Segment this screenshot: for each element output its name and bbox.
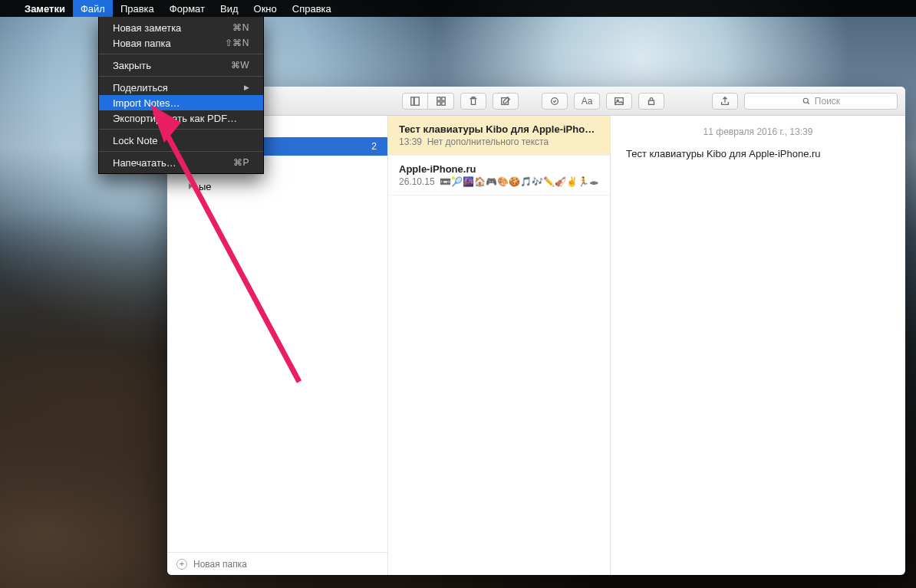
menu-item-label: Экспортировать как PDF… bbox=[113, 113, 237, 124]
app-name[interactable]: Заметки bbox=[17, 3, 73, 15]
trash-icon bbox=[468, 96, 479, 107]
notes-window: Aa Поиск iCloud Заметки 2 bbox=[167, 87, 905, 575]
grid-view-button[interactable] bbox=[428, 93, 454, 110]
menu-item-export-pdf[interactable]: Экспортировать как PDF… bbox=[99, 110, 263, 126]
note-time: 26.10.15 bbox=[399, 176, 435, 187]
menu-item-new-note[interactable]: Новая заметка ⌘N bbox=[99, 20, 263, 35]
photo-icon bbox=[614, 96, 624, 107]
plus-icon: + bbox=[176, 559, 187, 570]
search-icon bbox=[802, 97, 811, 106]
menu-item-shortcut: ⇧⌘N bbox=[225, 38, 249, 48]
list-view-icon bbox=[410, 96, 420, 107]
sidebar-footer: + Новая папка bbox=[167, 552, 387, 575]
share-button[interactable] bbox=[712, 93, 738, 110]
note-body-text: Тест клавиатуры Kibo для Apple-iPhone.ru bbox=[626, 148, 890, 159]
attachment-button[interactable] bbox=[606, 93, 632, 110]
menu-item-label: Import Notes… bbox=[113, 97, 180, 109]
note-date: 11 февраля 2016 г., 13:39 bbox=[626, 126, 890, 137]
new-note-button[interactable] bbox=[493, 93, 519, 110]
menu-item-shortcut: ⌘P bbox=[233, 157, 249, 168]
svg-rect-12 bbox=[649, 100, 654, 104]
menu-separator bbox=[99, 151, 263, 152]
menu-item-label: Новая папка bbox=[113, 38, 171, 49]
disclosure-triangle-icon bbox=[189, 183, 193, 189]
share-icon bbox=[720, 96, 730, 107]
toolbar: Aa Поиск bbox=[167, 87, 905, 116]
svg-rect-7 bbox=[441, 101, 444, 104]
menu-item-label: Напечатать… bbox=[113, 157, 176, 169]
svg-rect-3 bbox=[414, 97, 419, 105]
menu-item-new-folder[interactable]: Новая папка ⇧⌘N bbox=[99, 35, 263, 51]
svg-rect-4 bbox=[437, 97, 440, 100]
menu-item-share[interactable]: Поделиться bbox=[99, 80, 263, 95]
file-menu-dropdown: Новая заметка ⌘N Новая папка ⇧⌘N Закрыть… bbox=[98, 17, 264, 174]
svg-rect-2 bbox=[411, 97, 414, 105]
lock-icon bbox=[646, 96, 657, 107]
menu-item-close[interactable]: Закрыть ⌘W bbox=[99, 57, 263, 73]
note-meta: 26.10.15 📼🎾🌆🏠🎮🎨🍪🎵🎶✏️🎻✌️🏃🕳 bbox=[399, 176, 599, 187]
menu-format[interactable]: Формат bbox=[162, 0, 213, 17]
search-input[interactable]: Поиск bbox=[744, 93, 898, 110]
checklist-button[interactable] bbox=[542, 93, 568, 110]
sidebar: iCloud Заметки 2 Gmail ые + Новая папка bbox=[167, 116, 388, 575]
svg-point-13 bbox=[803, 98, 808, 103]
menu-item-label: Новая заметка bbox=[113, 22, 181, 34]
notes-list: Тест клавиатуры Kibo для Apple-iPho… 13:… bbox=[388, 116, 611, 575]
note-title: Тест клавиатуры Kibo для Apple-iPho… bbox=[399, 123, 599, 135]
list-view-button[interactable] bbox=[402, 93, 428, 110]
note-meta: 13:39 Нет дополнительного текста bbox=[399, 136, 599, 147]
svg-rect-5 bbox=[441, 97, 444, 100]
menubar: Заметки Файл Правка Формат Вид Окно Спра… bbox=[0, 0, 916, 17]
menu-item-label: Закрыть bbox=[113, 60, 151, 71]
note-time: 13:39 bbox=[399, 136, 422, 147]
svg-rect-10 bbox=[615, 97, 624, 104]
menu-edit[interactable]: Правка bbox=[113, 0, 162, 17]
menu-separator bbox=[99, 129, 263, 130]
menu-window[interactable]: Окно bbox=[246, 0, 285, 17]
delete-button[interactable] bbox=[460, 93, 486, 110]
search-placeholder: Поиск bbox=[815, 96, 840, 107]
menu-item-lock-note[interactable]: Lock Note bbox=[99, 133, 263, 148]
view-mode-group bbox=[402, 93, 454, 110]
compose-icon bbox=[500, 96, 511, 107]
format-button[interactable]: Aa bbox=[574, 93, 600, 110]
new-folder-button[interactable]: Новая папка bbox=[193, 559, 247, 570]
checklist-icon bbox=[549, 96, 560, 107]
note-preview: 📼🎾🌆🏠🎮🎨🍪🎵🎶✏️🎻✌️🏃🕳 bbox=[440, 176, 598, 187]
folder-label: ые bbox=[199, 181, 212, 192]
note-list-item[interactable]: Тест клавиатуры Kibo для Apple-iPho… 13:… bbox=[388, 116, 610, 156]
note-editor[interactable]: 11 февраля 2016 г., 13:39 Тест клавиатур… bbox=[611, 116, 905, 575]
note-title: Apple-iPhone.ru bbox=[399, 163, 599, 175]
menu-separator bbox=[99, 54, 263, 54]
menu-item-shortcut: ⌘W bbox=[231, 60, 249, 71]
svg-rect-6 bbox=[437, 101, 440, 104]
menu-item-import-notes[interactable]: Import Notes… bbox=[99, 95, 263, 110]
menu-view[interactable]: Вид bbox=[213, 0, 246, 17]
lock-button[interactable] bbox=[638, 93, 664, 110]
note-preview: Нет дополнительного текста bbox=[427, 136, 549, 147]
menu-help[interactable]: Справка bbox=[285, 0, 339, 17]
note-list-item[interactable]: Apple-iPhone.ru 26.10.15 📼🎾🌆🏠🎮🎨🍪🎵🎶✏️🎻✌️🏃… bbox=[388, 156, 610, 195]
menu-item-label: Lock Note bbox=[113, 135, 158, 146]
format-label: Aa bbox=[582, 96, 593, 107]
menu-separator bbox=[99, 76, 263, 77]
sidebar-folder-gmail[interactable]: ые bbox=[167, 177, 387, 195]
folder-count: 2 bbox=[371, 141, 377, 152]
menu-item-print[interactable]: Напечатать… ⌘P bbox=[99, 155, 263, 170]
menu-item-shortcut: ⌘N bbox=[232, 22, 249, 33]
grid-view-icon bbox=[436, 96, 446, 107]
menu-file[interactable]: Файл bbox=[73, 0, 113, 17]
menu-item-label: Поделиться bbox=[113, 82, 168, 94]
